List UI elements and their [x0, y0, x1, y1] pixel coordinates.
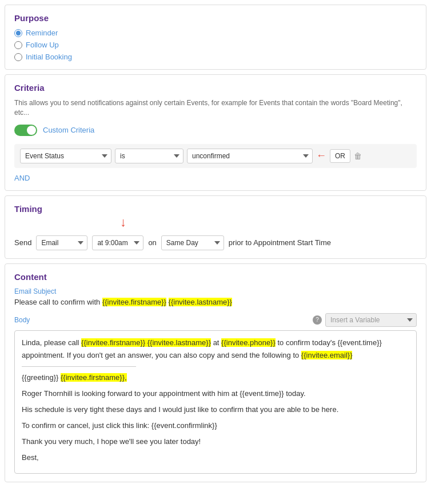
custom-criteria-row: Custom Criteria: [14, 125, 417, 136]
send-label: Send: [14, 238, 31, 247]
body-content[interactable]: Linda, please call {{invitee.firstname}}…: [14, 330, 417, 474]
radio-reminder-label: Reminder: [26, 29, 58, 37]
body-plain3: to confirm today's: [276, 338, 338, 347]
criteria-title: Criteria: [14, 83, 417, 93]
timing-title: Timing: [14, 204, 417, 214]
value-select[interactable]: unconfirmed: [187, 149, 313, 163]
body-plain4: appointment. If you don't get an answer,…: [22, 351, 301, 359]
timing-row: Send Email at 9:00am on Same Day prior t…: [14, 235, 417, 250]
or-button[interactable]: OR: [330, 149, 350, 163]
body-label: Body: [14, 316, 30, 324]
purpose-title: Purpose: [14, 13, 417, 23]
prior-label: prior to Appointment Start Time: [229, 238, 331, 247]
timing-section: Timing ↓ Send Email at 9:00am on Same Da…: [5, 195, 426, 259]
event-status-select[interactable]: Event Status: [20, 149, 111, 163]
and-button[interactable]: AND: [14, 174, 30, 182]
body-line3: His schedule is very tight these days an…: [22, 403, 409, 416]
content-section: Content Email Subject Please call to con…: [5, 263, 426, 483]
email-subject-label: Email Subject: [14, 287, 417, 295]
radio-reminder[interactable]: Reminder: [14, 29, 417, 37]
body-line6: Best,: [22, 451, 409, 464]
body-line4: To confirm or cancel, just click this li…: [22, 419, 409, 432]
body-var4: {{invitee.email}}: [301, 351, 353, 359]
subject-var2: {{invitee.lastname}}: [169, 298, 232, 306]
body-var3: {{event.time}}: [338, 338, 382, 347]
body-greeting-var1: {{greeting}}: [22, 373, 58, 382]
radio-followup[interactable]: Follow Up: [14, 41, 417, 49]
body-greeting-var2: {{invitee.firstname}},: [61, 373, 127, 382]
insert-variable-row: ? Insert a Variable: [313, 313, 417, 327]
subject-var1: {{invitee.firstname}}: [102, 298, 166, 306]
radio-followup-label: Follow Up: [26, 41, 59, 49]
subject-plain: Please call to confirm with: [14, 298, 102, 306]
body-var1: {{invitee.firstname}} {{invitee.lastname…: [81, 338, 211, 347]
timing-arrow-icon: ↓: [120, 215, 126, 230]
radio-reminder-input[interactable]: [14, 29, 22, 37]
radio-initialbooking-input[interactable]: [14, 53, 22, 61]
criteria-section: Criteria This allows you to send notific…: [5, 74, 426, 191]
radio-followup-input[interactable]: [14, 41, 22, 49]
criteria-filter-row: Event Status is unconfirmed ← OR 🗑: [14, 144, 417, 168]
body-line1: Linda, please call {{invitee.firstname}}…: [22, 337, 409, 362]
radio-initialbooking-label: Initial Booking: [26, 53, 72, 61]
insert-variable-select[interactable]: Insert a Variable: [325, 313, 417, 327]
body-divider: [22, 366, 136, 367]
timing-day-select[interactable]: Same Day: [161, 235, 224, 250]
email-subject-text: Please call to confirm with {{invitee.fi…: [14, 298, 417, 306]
timing-time-select[interactable]: at 9:00am: [92, 235, 143, 250]
body-line2: Roger Thornhill is looking forward to yo…: [22, 387, 409, 400]
body-greeting: {{greeting}} {{invitee.firstname}},: [22, 371, 409, 384]
on-label: on: [148, 238, 156, 247]
arrow-indicator: ←: [316, 150, 326, 162]
body-plain1: Linda, please call: [22, 338, 81, 347]
body-line5: Thank you very much, I hope we'll see yo…: [22, 435, 409, 448]
body-var2: {{invitee.phone}}: [221, 338, 276, 347]
criteria-description: This allows you to send notifications ag…: [14, 98, 417, 118]
delete-icon[interactable]: 🗑: [354, 151, 362, 161]
body-header-row: Body ? Insert a Variable: [14, 313, 417, 327]
help-icon[interactable]: ?: [313, 315, 322, 325]
radio-initialbooking[interactable]: Initial Booking: [14, 53, 417, 61]
is-operator-select[interactable]: is: [115, 149, 183, 163]
purpose-radio-group: Reminder Follow Up Initial Booking: [14, 29, 417, 61]
custom-criteria-toggle[interactable]: [14, 125, 37, 136]
purpose-section: Purpose Reminder Follow Up Initial Booki…: [5, 5, 426, 70]
custom-criteria-label: Custom Criteria: [43, 126, 94, 134]
content-title: Content: [14, 272, 417, 282]
timing-email-select[interactable]: Email: [36, 235, 87, 250]
body-plain2: at: [211, 338, 221, 347]
